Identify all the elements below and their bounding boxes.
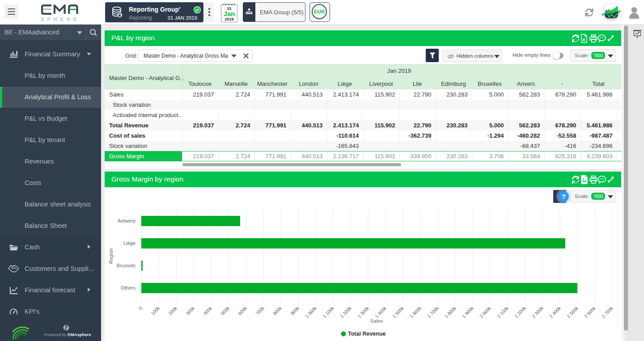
svg-text:2 500k: 2 500k: [566, 305, 580, 319]
svg-text:700k: 700k: [254, 305, 266, 316]
svg-text:2 600k: 2 600k: [583, 305, 597, 319]
svg-text:1 500k: 1 500k: [391, 305, 405, 319]
svg-text:SPHERE: SPHERE: [41, 17, 80, 22]
svg-text:2 100k: 2 100k: [496, 305, 510, 319]
svg-text:500k: 500k: [220, 305, 231, 316]
svg-text:2 300k: 2 300k: [531, 305, 545, 319]
svg-text:0: 0: [138, 305, 144, 311]
svg-text:Total Revenue: Total Revenue: [348, 331, 386, 337]
svg-text:2 200k: 2 200k: [513, 305, 527, 319]
svg-text:2 400k: 2 400k: [548, 305, 562, 319]
svg-text:Region: Region: [108, 248, 114, 264]
svg-text:2 000k: 2 000k: [479, 305, 492, 319]
svg-text:1 100k: 1 100k: [322, 305, 335, 319]
svg-text:1 000k: 1 000k: [304, 305, 318, 319]
svg-text:1 900k: 1 900k: [461, 305, 475, 319]
svg-text:800k: 800k: [272, 305, 283, 316]
svg-text:400k: 400k: [202, 305, 213, 316]
svg-text:600k: 600k: [237, 305, 248, 316]
svg-text:1 400k: 1 400k: [374, 305, 388, 319]
svg-text:900k: 900k: [289, 305, 301, 316]
svg-text:1 600k: 1 600k: [409, 305, 423, 319]
svg-text:Others: Others: [121, 285, 136, 290]
svg-text:1 800k: 1 800k: [444, 305, 458, 319]
svg-text:300k: 300k: [185, 305, 196, 316]
svg-text:100k: 100k: [150, 305, 161, 316]
svg-text:200k: 200k: [167, 305, 178, 316]
svg-text:1 300k: 1 300k: [356, 305, 370, 319]
svg-text:Antwerp: Antwerp: [118, 218, 136, 223]
svg-text:Sales: Sales: [370, 318, 383, 324]
svg-text:Brussels: Brussels: [117, 263, 136, 268]
svg-text:1 200k: 1 200k: [339, 305, 353, 319]
svg-text:Liège: Liège: [123, 240, 136, 246]
svg-text:1 700k: 1 700k: [426, 305, 440, 319]
svg-text:2 700k: 2 700k: [601, 305, 614, 319]
